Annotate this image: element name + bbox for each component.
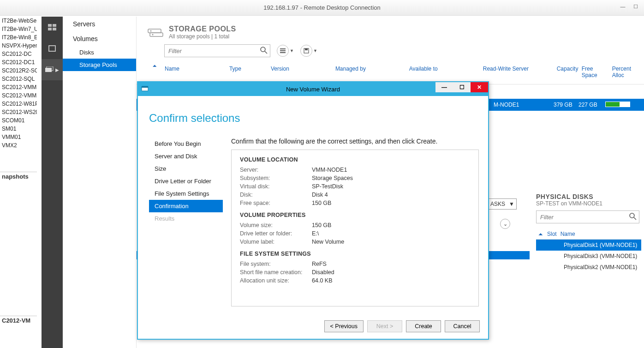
svg-rect-1	[53, 24, 56, 27]
sort-icon[interactable]: ⏶	[152, 63, 157, 81]
minimize-button[interactable]: —	[435, 82, 453, 92]
value-vsize: 150 GB	[312, 222, 331, 228]
wizard-app-icon	[141, 84, 149, 93]
col-rw-server[interactable]: Read-Write Server	[481, 63, 555, 81]
host-item[interactable]: SC2012-VMM2	[0, 91, 37, 100]
window-controls: — ☐	[616, 2, 642, 11]
maximize-icon[interactable]: ☐	[629, 2, 642, 11]
phys-disk-row[interactable]: PhysicalDisk3 (VMM-NODE1)	[536, 251, 641, 262]
host-item[interactable]: IT2Be-Win8_E	[0, 33, 37, 42]
value-disk: Disk 4	[312, 192, 328, 198]
wizard-step-confirmation[interactable]: Confirmation	[149, 200, 223, 212]
col-percent-alloc[interactable]: Percent Alloc	[610, 63, 633, 81]
col-name[interactable]: Name	[561, 231, 575, 237]
nav-local-server-icon[interactable]	[42, 38, 63, 59]
label-disk: Disk:	[240, 192, 312, 198]
host-item[interactable]: SC2012-DC	[0, 50, 37, 58]
host-list: IT2Be-WebSer IT2Be-Win7_U IT2Be-Win8_E N…	[0, 17, 37, 321]
svg-point-18	[630, 213, 634, 218]
page-title: STORAGE POOLS	[169, 25, 236, 33]
rdp-title: 192.168.1.97 - Remote Desktop Connection	[263, 4, 381, 11]
host-item[interactable]: SC2012-VMM1	[0, 83, 37, 91]
main-header: STORAGE POOLS All storage pools | 1 tota…	[137, 17, 644, 44]
value-alloc: 64.0 KB	[312, 277, 332, 284]
expand-toggle-button[interactable]: ⌄	[500, 219, 510, 229]
wizard-nav: Before You Begin Server and Disk Size Dr…	[149, 138, 223, 306]
wizard-step-size[interactable]: Size	[149, 162, 223, 175]
value-vdisk: SP-TestDisk	[312, 183, 343, 190]
col-name[interactable]: Name	[163, 63, 227, 81]
wizard-step-server-disk[interactable]: Server and Disk	[149, 150, 223, 162]
nav-file-storage-icon[interactable]: ▶	[42, 59, 63, 80]
wizard-step-before[interactable]: Before You Begin	[149, 138, 223, 150]
wizard-title: New Volume Wizard	[286, 86, 340, 93]
chevron-right-icon: ▶	[55, 67, 59, 72]
chevron-down-icon[interactable]: ▼	[290, 48, 294, 53]
create-button[interactable]: Create	[406, 320, 441, 332]
tasks-dropdown[interactable]: ASKS ▼	[488, 198, 517, 210]
search-icon[interactable]	[629, 213, 637, 220]
phys-col-headers: ⏶ Slot Name	[536, 228, 641, 240]
value-dletter: E:\	[312, 230, 319, 237]
save-view-button[interactable]	[300, 45, 312, 57]
search-icon[interactable]	[260, 47, 268, 54]
physical-disks-panel: PHYSICAL DISKS SP-TEST on VMM-NODE1 ⏶ Sl…	[533, 187, 644, 278]
tasks-label: ASKS	[490, 201, 505, 207]
host-item[interactable]: IT2Be-Win7_U	[0, 25, 37, 33]
value-free: 150 GB	[312, 200, 331, 206]
chevron-down-icon[interactable]: ▼	[313, 48, 317, 53]
phys-filter-input[interactable]	[536, 210, 639, 223]
host-item[interactable]: SC2012-DC1	[0, 58, 37, 66]
host-item[interactable]: VMM01	[0, 133, 37, 141]
col-capacity[interactable]: Capacity	[555, 63, 580, 81]
minimize-icon[interactable]: —	[616, 2, 629, 11]
sort-icon[interactable]: ⏶	[538, 231, 543, 237]
svg-rect-17	[305, 48, 308, 50]
rdp-title-bar: 192.168.1.97 - Remote Desktop Connection…	[0, 0, 644, 16]
wizard-titlebar[interactable]: New Volume Wizard — ☐ ✕	[138, 82, 488, 96]
label-vsize: Volume size:	[240, 222, 312, 228]
phys-disk-row[interactable]: PhysicalDisk2 (VMM-NODE1)	[536, 262, 641, 273]
side-nav: Servers Volumes Disks Storage Pools	[63, 17, 137, 348]
host-item[interactable]: IT2Be-WebSer	[0, 17, 37, 25]
wizard-body: Confirm selections Before You Begin Serv…	[138, 96, 488, 308]
svg-point-10	[152, 34, 154, 36]
svg-rect-5	[45, 68, 52, 72]
host-item[interactable]: NSVPX-HyperV	[0, 42, 37, 50]
host-item[interactable]: SC2012R2-SO	[0, 66, 37, 75]
col-type[interactable]: Type	[227, 63, 269, 81]
host-item[interactable]: VMX2	[0, 141, 37, 150]
host-item[interactable]: SM01	[0, 125, 37, 133]
toolbar: ▼ ▼	[137, 44, 644, 63]
previous-button[interactable]: < Previous	[324, 320, 364, 332]
view-options-button[interactable]	[277, 45, 289, 57]
col-free-space[interactable]: Free Space	[580, 63, 610, 81]
sidebar-item-volumes[interactable]: Volumes	[63, 31, 136, 46]
cancel-button[interactable]: Cancel	[445, 320, 480, 332]
col-available-to[interactable]: Available to	[407, 63, 481, 81]
storage-pool-icon	[148, 26, 163, 38]
svg-rect-21	[142, 86, 148, 88]
cell-free: 227 GB	[577, 102, 602, 108]
phys-disk-row[interactable]: PhysicalDisk1 (VMM-NODE1)	[536, 240, 641, 251]
host-item[interactable]: SC2012-WS20	[0, 108, 37, 116]
nav-dashboard-icon[interactable]	[42, 17, 63, 38]
maximize-button[interactable]: ☐	[453, 82, 471, 92]
host-item[interactable]: SC2012-W81P	[0, 100, 37, 108]
host-item[interactable]: SC2012-SQL	[0, 75, 37, 83]
host-item[interactable]: SCOM01	[0, 116, 37, 125]
wizard-step-drive-letter[interactable]: Drive Letter or Folder	[149, 175, 223, 187]
sidebar-item-storage-pools[interactable]: Storage Pools	[63, 59, 136, 71]
sidebar-item-disks[interactable]: Disks	[63, 46, 136, 59]
sidebar-item-servers[interactable]: Servers	[63, 17, 136, 31]
value-vlabel: New Volume	[312, 239, 344, 245]
filter-input[interactable]	[164, 44, 270, 57]
svg-rect-3	[53, 28, 56, 30]
col-managed-by[interactable]: Managed by	[334, 63, 407, 81]
close-button[interactable]: ✕	[471, 82, 488, 92]
label-vlabel: Volume label:	[240, 239, 312, 245]
value-fs: ReFS	[312, 261, 327, 267]
wizard-step-fs-settings[interactable]: File System Settings	[149, 187, 223, 200]
col-slot[interactable]: Slot	[547, 231, 557, 237]
col-version[interactable]: Version	[269, 63, 334, 81]
